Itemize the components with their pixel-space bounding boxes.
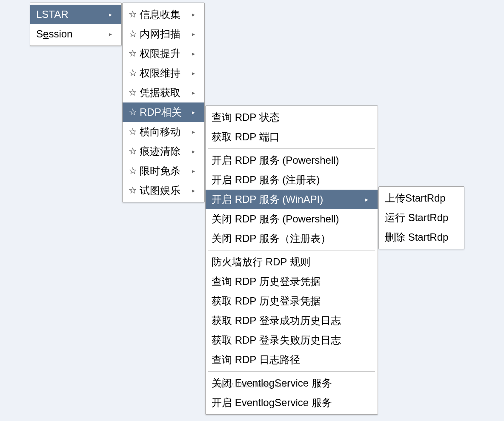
menu-item-label: 运行 StartRdp (385, 211, 455, 225)
menu-item-label: 信息收集 (140, 8, 186, 21)
context-menu-rdp: 查询 RDP 状态获取 RDP 端口开启 RDP 服务 (Powershell)… (205, 105, 378, 415)
menu-item[interactable]: ☆痕迹清除▸ (123, 142, 204, 161)
menu-item[interactable]: ☆试图娱乐▸ (123, 181, 204, 200)
submenu-arrow-icon: ▸ (192, 50, 195, 57)
menu-item-label: 关闭 RDP 服务（注册表） (212, 232, 368, 245)
menu-item-label: 横向移动 (140, 125, 186, 139)
menu-item-label: 防火墙放行 RDP 规则 (212, 255, 368, 269)
submenu-arrow-icon: ▸ (365, 196, 368, 203)
menu-item[interactable]: 获取 RDP 登录成功历史日志 (206, 311, 378, 330)
menu-item-label: 开启 EventlogService 服务 (212, 396, 368, 410)
menu-item-label: 上传StartRdp (385, 191, 455, 205)
menu-item-label: 查询 RDP 日志路径 (212, 353, 368, 367)
context-menu-winapi: 上传StartRdp运行 StartRdp删除 StartRdp (378, 186, 464, 249)
menu-item-label: 试图娱乐 (140, 184, 186, 197)
submenu-arrow-icon: ▸ (192, 31, 195, 37)
menu-item[interactable]: 获取 RDP 登录失败历史日志 (206, 330, 378, 350)
context-menu-lstar: ☆信息收集▸☆内网扫描▸☆权限提升▸☆权限维持▸☆凭据获取▸☆RDP相关▸☆横向… (122, 3, 205, 202)
menu-item-label: 开启 RDP 服务 (注册表) (212, 173, 368, 187)
menu-item-label: 查询 RDP 状态 (212, 111, 368, 124)
menu-separator (208, 148, 375, 149)
star-icon: ☆ (129, 49, 140, 58)
menu-item[interactable]: Session▸ (30, 24, 121, 44)
menu-item[interactable]: 开启 RDP 服务 (注册表) (206, 170, 378, 190)
menu-item-label: 凭据获取 (140, 86, 186, 100)
star-icon: ☆ (129, 29, 140, 39)
menu-item[interactable]: ☆限时免杀▸ (123, 161, 204, 181)
menu-item[interactable]: 关闭 EventlogService 服务 (206, 373, 378, 393)
menu-item[interactable]: 关闭 RDP 服务 (Powershell) (206, 209, 378, 229)
menu-item[interactable]: 开启 EventlogService 服务 (206, 393, 378, 412)
menu-item[interactable]: ☆横向移动▸ (123, 122, 204, 142)
submenu-arrow-icon: ▸ (192, 187, 195, 194)
menu-item[interactable]: ☆RDP相关▸ (123, 102, 204, 122)
menu-item[interactable]: 查询 RDP 状态 (206, 108, 378, 127)
menu-item-label: 获取 RDP 登录成功历史日志 (212, 314, 368, 327)
menu-item-label: 查询 RDP 历史登录凭据 (212, 275, 368, 288)
submenu-arrow-icon: ▸ (192, 148, 195, 155)
menu-item[interactable]: 获取 RDP 历史登录凭据 (206, 291, 378, 311)
star-icon: ☆ (129, 147, 140, 156)
menu-item[interactable]: ☆权限提升▸ (123, 44, 204, 63)
menu-item-label: 权限提升 (140, 47, 186, 60)
submenu-arrow-icon: ▸ (109, 31, 112, 37)
submenu-arrow-icon: ▸ (192, 11, 195, 18)
menu-item-label: 内网扫描 (140, 27, 186, 41)
menu-item-label: LSTAR (36, 9, 103, 20)
menu-item[interactable]: ☆信息收集▸ (123, 5, 204, 24)
menu-item-label: Session (36, 28, 103, 40)
menu-item[interactable]: 运行 StartRdp (379, 208, 464, 228)
menu-item[interactable]: ☆权限维持▸ (123, 63, 204, 83)
submenu-arrow-icon: ▸ (192, 89, 195, 96)
menu-item[interactable]: 开启 RDP 服务 (WinAPI)▸ (206, 190, 378, 209)
star-icon: ☆ (129, 88, 140, 97)
star-icon: ☆ (129, 10, 140, 19)
menu-item-label: 权限维持 (140, 66, 186, 80)
menu-item[interactable]: 开启 RDP 服务 (Powershell) (206, 151, 378, 170)
menu-item[interactable]: ☆内网扫描▸ (123, 24, 204, 44)
menu-item[interactable]: 获取 RDP 端口 (206, 127, 378, 147)
star-icon: ☆ (129, 108, 140, 117)
menu-separator (208, 250, 375, 250)
menu-separator (208, 371, 375, 372)
star-icon: ☆ (129, 127, 140, 137)
context-menu-root: LSTAR▸Session▸ (30, 3, 122, 46)
menu-item[interactable]: 上传StartRdp (379, 188, 464, 208)
menu-item-label: 开启 RDP 服务 (Powershell) (212, 154, 368, 167)
menu-item[interactable]: 关闭 RDP 服务（注册表） (206, 229, 378, 248)
menu-item-label: 获取 RDP 端口 (212, 130, 368, 144)
submenu-arrow-icon: ▸ (192, 168, 195, 174)
star-icon: ☆ (129, 68, 140, 78)
menu-item-label: 开启 RDP 服务 (WinAPI) (212, 193, 359, 206)
menu-item-label: 删除 StartRdp (385, 230, 455, 244)
menu-item[interactable]: ☆凭据获取▸ (123, 83, 204, 102)
menu-item-label: 痕迹清除 (140, 145, 186, 158)
menu-item-label: 限时免杀 (140, 164, 186, 178)
menu-item-label: 关闭 RDP 服务 (Powershell) (212, 212, 368, 226)
menu-item[interactable]: 查询 RDP 日志路径 (206, 350, 378, 370)
menu-item-label: 关闭 EventlogService 服务 (212, 376, 368, 390)
menu-item-label: 获取 RDP 登录失败历史日志 (212, 333, 368, 347)
submenu-arrow-icon: ▸ (109, 11, 112, 18)
submenu-arrow-icon: ▸ (192, 70, 195, 77)
submenu-arrow-icon: ▸ (192, 109, 195, 116)
star-icon: ☆ (129, 166, 140, 176)
star-icon: ☆ (129, 186, 140, 195)
menu-item[interactable]: 查询 RDP 历史登录凭据 (206, 272, 378, 291)
menu-item-label: 获取 RDP 历史登录凭据 (212, 294, 368, 308)
menu-item[interactable]: 删除 StartRdp (379, 228, 464, 247)
menu-item[interactable]: 防火墙放行 RDP 规则 (206, 252, 378, 272)
menu-item-label: RDP相关 (140, 105, 186, 119)
submenu-arrow-icon: ▸ (192, 128, 195, 135)
menu-item[interactable]: LSTAR▸ (30, 5, 121, 24)
